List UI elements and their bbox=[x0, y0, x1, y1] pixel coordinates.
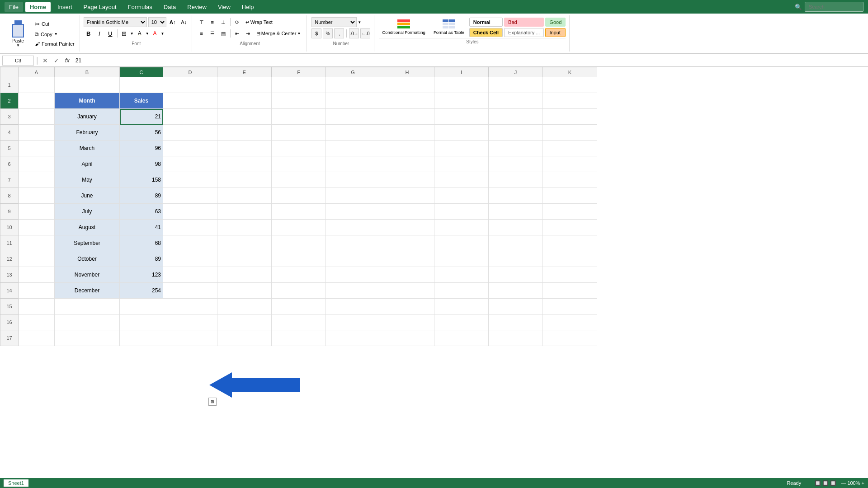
cell-J12[interactable] bbox=[489, 251, 543, 267]
italic-button[interactable]: I bbox=[94, 28, 104, 38]
cell-H17[interactable] bbox=[380, 330, 434, 346]
cell-K9[interactable] bbox=[543, 204, 597, 220]
search-input[interactable] bbox=[805, 2, 863, 12]
align-left-button[interactable]: ≡ bbox=[197, 28, 207, 38]
row-number-16[interactable]: 16 bbox=[0, 314, 19, 330]
menu-file[interactable]: File bbox=[5, 2, 23, 12]
cell-H2[interactable] bbox=[380, 93, 434, 109]
cell-B9[interactable]: July bbox=[55, 204, 120, 220]
cell-I10[interactable] bbox=[434, 220, 489, 235]
cell-A1[interactable] bbox=[19, 77, 55, 93]
row-number-9[interactable]: 9 bbox=[0, 204, 19, 220]
cell-G10[interactable] bbox=[326, 220, 380, 235]
cell-K3[interactable] bbox=[543, 109, 597, 125]
cell-D13[interactable] bbox=[163, 267, 217, 283]
cell-C1[interactable] bbox=[120, 77, 163, 93]
cell-G14[interactable] bbox=[326, 283, 380, 299]
cell-A14[interactable] bbox=[19, 283, 55, 299]
cell-I15[interactable] bbox=[434, 299, 489, 314]
cell-E16[interactable] bbox=[217, 314, 272, 330]
menu-view[interactable]: View bbox=[213, 2, 235, 12]
row-number-2[interactable]: 2 bbox=[0, 93, 19, 109]
conditional-formatting-button[interactable]: Conditional Formatting bbox=[379, 17, 429, 37]
cell-I16[interactable] bbox=[434, 314, 489, 330]
cell-G12[interactable] bbox=[326, 251, 380, 267]
comma-button[interactable]: , bbox=[334, 28, 344, 38]
cell-H3[interactable] bbox=[380, 109, 434, 125]
menu-review[interactable]: Review bbox=[183, 2, 211, 12]
row-number-12[interactable]: 12 bbox=[0, 251, 19, 267]
cell-H16[interactable] bbox=[380, 314, 434, 330]
cell-J4[interactable] bbox=[489, 125, 543, 141]
menu-data[interactable]: Data bbox=[159, 2, 180, 12]
dollar-button[interactable]: $ bbox=[311, 28, 321, 38]
font-size-select[interactable]: 10 bbox=[148, 17, 166, 27]
cell-A8[interactable] bbox=[19, 188, 55, 204]
cell-F1[interactable] bbox=[272, 77, 326, 93]
cell-D16[interactable] bbox=[163, 314, 217, 330]
cell-F12[interactable] bbox=[272, 251, 326, 267]
cell-I8[interactable] bbox=[434, 188, 489, 204]
cell-A3[interactable] bbox=[19, 109, 55, 125]
cell-J17[interactable] bbox=[489, 330, 543, 346]
cell-J9[interactable] bbox=[489, 204, 543, 220]
cell-H1[interactable] bbox=[380, 77, 434, 93]
cell-D15[interactable] bbox=[163, 299, 217, 314]
cell-G8[interactable] bbox=[326, 188, 380, 204]
cut-button[interactable]: ✂ Cut bbox=[33, 19, 77, 29]
row-number-17[interactable]: 17 bbox=[0, 330, 19, 346]
cell-B12[interactable]: October bbox=[55, 251, 120, 267]
col-header-j[interactable]: J bbox=[489, 67, 543, 77]
cell-G3[interactable] bbox=[326, 109, 380, 125]
cell-J2[interactable] bbox=[489, 93, 543, 109]
cell-I2[interactable] bbox=[434, 93, 489, 109]
cell-J6[interactable] bbox=[489, 156, 543, 172]
cell-C5[interactable]: 96 bbox=[120, 141, 163, 156]
cell-D14[interactable] bbox=[163, 283, 217, 299]
cell-C6[interactable]: 98 bbox=[120, 156, 163, 172]
cell-G15[interactable] bbox=[326, 299, 380, 314]
cell-B13[interactable]: November bbox=[55, 267, 120, 283]
cell-J8[interactable] bbox=[489, 188, 543, 204]
cell-E10[interactable] bbox=[217, 220, 272, 235]
cell-C12[interactable]: 89 bbox=[120, 251, 163, 267]
cell-I11[interactable] bbox=[434, 235, 489, 251]
cell-E6[interactable] bbox=[217, 156, 272, 172]
cell-F17[interactable] bbox=[272, 330, 326, 346]
cell-F2[interactable] bbox=[272, 93, 326, 109]
cell-A10[interactable] bbox=[19, 220, 55, 235]
row-number-14[interactable]: 14 bbox=[0, 283, 19, 299]
cell-G16[interactable] bbox=[326, 314, 380, 330]
cell-H6[interactable] bbox=[380, 156, 434, 172]
align-top-button[interactable]: ⊤ bbox=[197, 17, 207, 27]
cell-K10[interactable] bbox=[543, 220, 597, 235]
cell-J7[interactable] bbox=[489, 172, 543, 188]
cell-C10[interactable]: 41 bbox=[120, 220, 163, 235]
menu-home[interactable]: Home bbox=[25, 2, 51, 12]
row-number-15[interactable]: 15 bbox=[0, 299, 19, 314]
cell-A4[interactable] bbox=[19, 125, 55, 141]
row-number-1[interactable]: 1 bbox=[0, 77, 19, 93]
cell-F4[interactable] bbox=[272, 125, 326, 141]
cell-E1[interactable] bbox=[217, 77, 272, 93]
cell-I12[interactable] bbox=[434, 251, 489, 267]
cell-A15[interactable] bbox=[19, 299, 55, 314]
col-header-f[interactable]: F bbox=[272, 67, 326, 77]
cell-D12[interactable] bbox=[163, 251, 217, 267]
cell-J15[interactable] bbox=[489, 299, 543, 314]
cell-E14[interactable] bbox=[217, 283, 272, 299]
cell-E15[interactable] bbox=[217, 299, 272, 314]
col-header-b[interactable]: B bbox=[55, 67, 120, 77]
align-middle-button[interactable]: ≡ bbox=[208, 17, 217, 27]
cell-H9[interactable] bbox=[380, 204, 434, 220]
cell-B5[interactable]: March bbox=[55, 141, 120, 156]
cell-E8[interactable] bbox=[217, 188, 272, 204]
row-number-11[interactable]: 11 bbox=[0, 235, 19, 251]
cell-B2[interactable]: Month bbox=[55, 93, 120, 109]
style-explanatory[interactable]: Explanatory ... bbox=[504, 28, 544, 37]
cell-K15[interactable] bbox=[543, 299, 597, 314]
name-box[interactable] bbox=[2, 56, 34, 66]
cell-K7[interactable] bbox=[543, 172, 597, 188]
cell-B1[interactable] bbox=[55, 77, 120, 93]
row-number-13[interactable]: 13 bbox=[0, 267, 19, 283]
